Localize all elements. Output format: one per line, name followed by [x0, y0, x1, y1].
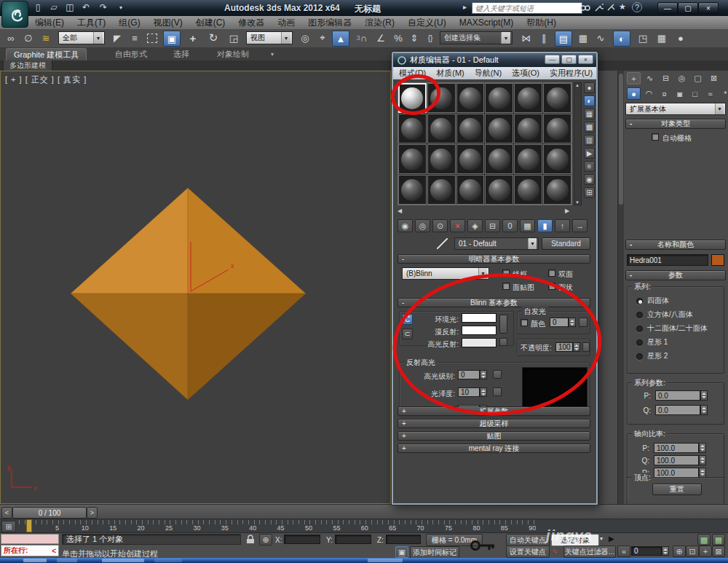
sample-uv-tiling-icon[interactable]: ▩ [584, 122, 595, 133]
go-to-start-icon[interactable]: « [617, 546, 630, 557]
wireframe-checkbox[interactable] [502, 269, 510, 277]
graphite-ribbon-toggle-icon[interactable]: ▦ [575, 31, 591, 45]
material-sample-slot[interactable] [543, 175, 571, 205]
select-and-scale-icon[interactable]: ◲ [226, 31, 242, 45]
axis-q-spinner[interactable] [699, 455, 706, 465]
zoom-region-icon[interactable]: ⊡ [686, 546, 699, 557]
sample-slots-scrollbar[interactable]: ▲ ▼ [574, 82, 582, 205]
window-maximize-button[interactable]: ▢ [678, 2, 698, 15]
material-sample-slot[interactable] [398, 175, 427, 205]
collapsed-rollout[interactable]: +超级采样 [397, 419, 590, 428]
menu-create[interactable]: 创建(C) [196, 17, 226, 29]
radio-button[interactable] [636, 312, 643, 318]
menu-animation[interactable]: 动画 [277, 17, 295, 29]
menu-rendering[interactable]: 渲染(R) [365, 17, 395, 29]
window-minimize-button[interactable]: — [657, 2, 678, 15]
lock-diffuse-specular-icon[interactable]: ⊂ [402, 328, 413, 339]
menu-customize[interactable]: 自定义(U) [408, 17, 446, 29]
ribbon-tab-object-paint[interactable]: 对象绘制 [210, 48, 256, 60]
glossiness-field[interactable]: 10 [458, 387, 480, 397]
collapsed-rollout[interactable]: +扩展参数 [397, 406, 590, 416]
taskbar-app[interactable] [102, 559, 144, 562]
select-by-material-icon[interactable]: ◉ [584, 174, 595, 185]
object-color-swatch[interactable] [711, 254, 724, 266]
menu-modifiers[interactable]: 修改器 [238, 17, 264, 29]
binoculars-icon[interactable] [580, 3, 590, 12]
menu-group[interactable]: 组(G) [119, 17, 140, 29]
p-spinner[interactable] [700, 390, 708, 401]
reset-map-icon[interactable]: × [450, 219, 465, 232]
absolute-offset-mode-icon[interactable]: ⊕ [259, 534, 272, 546]
series-radio-row[interactable]: 四面体 [636, 296, 708, 306]
opacity-value-field[interactable]: 100 [555, 342, 573, 352]
favorites-star-icon[interactable]: ★ [619, 2, 626, 12]
menu-views[interactable]: 视图(V) [154, 17, 183, 29]
q-spinner[interactable] [700, 405, 708, 415]
category-geometry-icon[interactable]: ● [627, 87, 641, 100]
autogrid-checkbox[interactable] [652, 133, 659, 141]
material-sample-slot[interactable] [514, 175, 542, 205]
ambient-color-swatch[interactable] [462, 313, 496, 323]
material-name-dropdown[interactable]: 01 - Default▾ [454, 237, 539, 250]
self-illum-map-button[interactable] [579, 318, 587, 327]
radio-button[interactable] [636, 353, 643, 360]
material-sample-slot[interactable] [398, 114, 427, 143]
shader-dropdown[interactable]: (B)Blinn▾ [402, 267, 489, 280]
green-cube-a-icon[interactable]: ▩ [697, 534, 711, 546]
category-spacewarps-icon[interactable]: ≈ [703, 87, 717, 100]
category-systems-icon[interactable]: * [719, 87, 728, 100]
rollout-shader-basic-params[interactable]: -明暗器基本参数 [397, 254, 590, 264]
material-sample-slot[interactable] [514, 83, 542, 113]
quick-access-caret-icon[interactable]: ▾ [114, 1, 128, 13]
material-id-channel-icon[interactable]: 0 [502, 219, 518, 232]
zoom-viewport-icon[interactable]: ⊕ [673, 546, 686, 557]
material-sample-slot[interactable] [485, 144, 513, 174]
tab-modify-icon[interactable]: ∿ [643, 72, 657, 84]
select-and-manipulate-icon[interactable]: ⌖ [314, 31, 331, 45]
ribbon-tab-graphite[interactable]: Graphite 建模工具 [6, 48, 87, 60]
current-frame-field[interactable]: 0 [631, 546, 662, 556]
new-key-wave-icon[interactable]: ∿ [552, 547, 558, 555]
align-icon[interactable]: ∥ [536, 31, 552, 45]
material-sample-slot[interactable] [514, 144, 542, 174]
self-illum-value-field[interactable]: 0 [550, 318, 569, 327]
hedra-object[interactable]: x [57, 175, 309, 408]
rollout-parameters[interactable]: -参数 [625, 270, 726, 280]
mat-editor-menu-item[interactable]: 实用程序(U) [550, 68, 593, 79]
diffuse-color-swatch[interactable] [462, 326, 496, 335]
render-setup-icon[interactable]: ◳ [635, 31, 651, 45]
add-time-tag-button[interactable]: 添加时间标记 [410, 546, 459, 559]
selection-filter-dropdown[interactable]: 全部▾ [58, 31, 105, 44]
key-filters-button[interactable]: 关键点过滤器... [563, 546, 616, 558]
axis-p-spinner[interactable] [699, 443, 706, 453]
open-mini-curve-editor-icon[interactable]: ⊞ [1, 521, 16, 532]
x-coordinate-field[interactable] [284, 535, 320, 544]
make-material-copy-icon[interactable]: ◈ [467, 219, 483, 232]
material-sample-slot[interactable] [543, 114, 571, 143]
frame-spinner[interactable] [662, 546, 669, 556]
specular-level-map-button[interactable] [493, 370, 502, 379]
primitive-category-dropdown[interactable]: 扩展基本体▾ [625, 103, 726, 115]
menu-graph-editors[interactable]: 图形编辑器 [308, 17, 352, 29]
bind-to-spacewarp-icon[interactable]: ≋ [38, 31, 54, 45]
sample-type-icon[interactable]: ● [584, 82, 595, 93]
object-name-field[interactable]: Hedra001 [627, 254, 708, 266]
axis-r-field[interactable]: 100.0 [654, 468, 699, 478]
unlink-selection-icon[interactable]: ∅ [20, 31, 36, 45]
lock-ambient-diffuse-icon[interactable]: C [402, 314, 413, 325]
self-illum-color-checkbox[interactable] [521, 319, 528, 326]
make-preview-icon[interactable]: ▶ [584, 148, 595, 159]
specular-level-spinner[interactable] [480, 370, 487, 379]
maxscript-macro-recorder[interactable] [1, 534, 59, 544]
faceted-checkbox[interactable] [548, 283, 555, 290]
material-sample-slot[interactable] [456, 83, 485, 113]
get-material-icon[interactable]: ◉ [397, 219, 413, 232]
options-icon[interactable]: ≡ [584, 161, 595, 172]
slots-scroll-left-icon[interactable]: ◀ [397, 208, 402, 214]
viewport[interactable]: [ + ] [ 正交 ] [ 真实 ] x x y [0, 71, 391, 504]
previous-frame-button[interactable]: < [1, 507, 12, 519]
render-production-icon[interactable]: ● [673, 31, 689, 45]
material-sample-slot[interactable] [456, 144, 485, 174]
scrollbar-thumb[interactable] [619, 74, 623, 205]
material-map-navigator-icon[interactable]: ⊞ [584, 187, 595, 198]
